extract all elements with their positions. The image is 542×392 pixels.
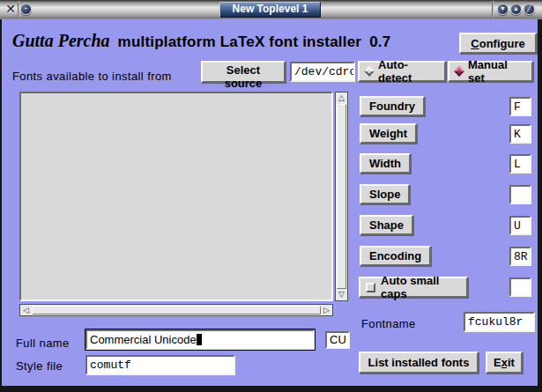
app-title: multiplatform LaTeX font installer [118, 33, 362, 51]
scroll-up-icon[interactable]: △ [336, 92, 347, 104]
minimize-icon: – [21, 4, 31, 13]
horizontal-scrollbar[interactable]: ◁ ▷ [19, 304, 333, 316]
close-icon: ╱ [524, 4, 534, 13]
text-cursor [197, 334, 202, 345]
short-name-input[interactable]: CU [325, 331, 350, 349]
font-listbox[interactable] [19, 92, 333, 301]
list-installed-fonts-button[interactable]: List installed fonts [359, 351, 479, 374]
auto-detect-radio[interactable]: Auto-detect [358, 61, 446, 82]
full-name-value: Commercial Unicode [90, 333, 197, 346]
radio-selected-icon [454, 66, 464, 76]
vertical-scrollbar-thumb[interactable] [337, 104, 346, 289]
full-name-input[interactable]: Commercial Unicode [85, 329, 315, 350]
scroll-right-icon[interactable]: ▷ [321, 305, 332, 315]
roll-down-button[interactable]: ▾ [497, 4, 509, 15]
titlebar[interactable]: ✕ – New Toplevel 1 ▾ ▴ ╱ [0, 0, 542, 19]
scroll-left-icon[interactable]: ◁ [20, 305, 32, 315]
auto-small-caps-label: Auto small caps [381, 274, 461, 300]
exit-label: Exit [494, 356, 515, 369]
configure-label: Configure [468, 37, 528, 50]
minimize-button[interactable]: – [20, 4, 32, 15]
app-version: 0.7 [369, 33, 390, 51]
chevron-down-icon: ▾ [498, 4, 508, 13]
encoding-input[interactable]: 8R [509, 247, 531, 266]
auto-detect-label: Auto-detect [378, 58, 438, 85]
app-window: ✕ – New Toplevel 1 ▾ ▴ ╱ Gutta Percha mu… [0, 0, 542, 392]
width-input[interactable]: L [509, 154, 531, 174]
source-device-input[interactable]: /dev/cdrom [290, 62, 355, 82]
weight-input[interactable]: K [509, 124, 531, 144]
window-menu-icon[interactable]: ✕ [4, 2, 18, 17]
auto-small-caps-input[interactable] [509, 277, 531, 297]
shape-button[interactable]: Shape [360, 215, 413, 235]
select-source-button[interactable]: Select source [201, 61, 286, 83]
slope-input[interactable] [509, 185, 531, 204]
titlebar-separator [18, 1, 19, 18]
roll-up-button[interactable]: ▴ [510, 4, 522, 15]
manual-set-radio[interactable]: Manual set [448, 61, 533, 82]
window-title[interactable]: New Toplevel 1 [219, 2, 321, 18]
app-brand: Gutta Percha [12, 31, 110, 51]
radio-unselected-icon [364, 66, 374, 76]
full-name-label: Full name [16, 337, 70, 350]
vertical-scrollbar[interactable]: △ ▽ [335, 92, 348, 301]
titlebar-separator [492, 1, 494, 18]
style-file-label: Style file [16, 359, 63, 373]
chevron-up-icon: ▴ [511, 4, 521, 13]
checkbox-indicator-icon [366, 283, 375, 292]
source-label: Fonts available to install from [12, 70, 172, 83]
manual-set-label: Manual set [468, 58, 525, 85]
close-button[interactable]: ╱ [523, 4, 535, 15]
auto-small-caps-checkbox[interactable]: Auto small caps [359, 277, 468, 298]
foundry-button[interactable]: Foundry [360, 96, 425, 116]
shape-input[interactable]: U [509, 216, 531, 235]
width-button[interactable]: Width [360, 153, 411, 174]
main-area: Gutta Percha multiplatform LaTeX font in… [2, 19, 538, 386]
app-header: Gutta Percha multiplatform LaTeX font in… [12, 31, 390, 51]
style-file-input[interactable]: comutf [85, 355, 235, 375]
encoding-button[interactable]: Encoding [360, 246, 431, 266]
fontname-input[interactable]: fcukul8r [464, 312, 535, 332]
weight-button[interactable]: Weight [360, 123, 417, 144]
horizontal-scrollbar-thumb[interactable] [32, 306, 321, 314]
foundry-input[interactable]: F [509, 97, 531, 116]
slope-button[interactable]: Slope [360, 184, 410, 204]
fontname-label: Fontname [361, 317, 416, 330]
configure-button[interactable]: Configure [459, 33, 537, 54]
scroll-down-icon[interactable]: ▽ [336, 289, 347, 300]
exit-button[interactable]: Exit [486, 351, 523, 374]
